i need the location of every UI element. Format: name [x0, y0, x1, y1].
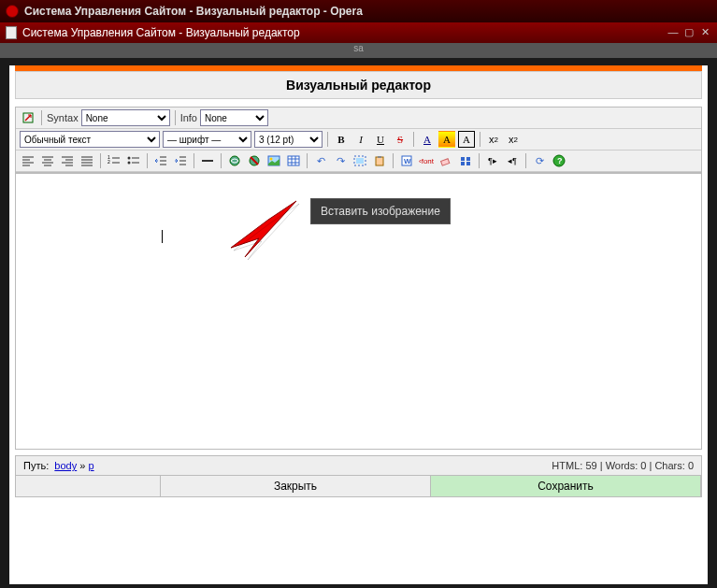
- separator: [393, 153, 394, 168]
- help-icon[interactable]: ?: [551, 152, 567, 169]
- minimize-button[interactable]: —: [667, 26, 680, 39]
- opera-icon: [6, 5, 19, 18]
- link-icon[interactable]: [226, 152, 243, 169]
- path-body-link[interactable]: body: [54, 460, 77, 471]
- paste-word-icon[interactable]: W: [398, 152, 415, 169]
- redo-icon[interactable]: ↷: [332, 152, 349, 169]
- svg-rect-43: [356, 158, 364, 164]
- svg-rect-49: [441, 159, 450, 165]
- svg-text:?: ?: [557, 156, 563, 165]
- svg-rect-51: [466, 157, 470, 161]
- editor-toolbars: Syntax None Info None Обычный текст — шр…: [15, 107, 702, 173]
- separator: [480, 132, 480, 147]
- separator: [307, 153, 308, 168]
- outdent-icon[interactable]: [152, 152, 169, 169]
- align-left-icon[interactable]: [20, 152, 36, 169]
- path-p-link[interactable]: p: [88, 460, 93, 471]
- undo-icon[interactable]: ↶: [312, 152, 329, 169]
- refresh-icon[interactable]: ⟳: [531, 152, 548, 169]
- italic-button[interactable]: I: [352, 131, 369, 148]
- separator: [194, 153, 194, 168]
- image-icon[interactable]: [265, 152, 282, 169]
- unordered-list-icon[interactable]: [125, 152, 142, 169]
- svg-text:W: W: [404, 157, 411, 165]
- svg-rect-37: [288, 156, 299, 165]
- underline-button[interactable]: U: [372, 131, 389, 148]
- path-sep: »: [79, 460, 85, 471]
- arrow-pointer-icon: [217, 187, 310, 280]
- superscript-button[interactable]: x2: [505, 131, 522, 148]
- size-select[interactable]: 3 (12 pt): [254, 131, 323, 148]
- separator: [175, 110, 176, 125]
- toolbar-row-1: Syntax None Info None: [16, 108, 701, 129]
- page-title: Визуальный редактор: [15, 71, 702, 99]
- info-select[interactable]: None: [200, 109, 268, 126]
- document-icon: [6, 26, 17, 39]
- table-icon[interactable]: [285, 152, 302, 169]
- svg-rect-45: [378, 156, 381, 158]
- path-breadcrumb: Путь: body » p: [23, 460, 552, 471]
- status-bar: Путь: body » p HTML: 59 | Words: 0 | Cha…: [15, 455, 702, 476]
- toolbar-row-2: Обычный текст — шрифт — 3 (12 pt) B I U …: [16, 129, 701, 151]
- ordered-list-icon[interactable]: 12: [106, 152, 122, 169]
- font-color-button[interactable]: A: [419, 131, 436, 148]
- syntax-label: Syntax: [47, 112, 79, 123]
- svg-rect-52: [461, 162, 465, 165]
- text-cursor: [162, 230, 163, 243]
- bottom-buttons: Закрыть Сохранить: [15, 476, 702, 497]
- grid-icon[interactable]: [457, 152, 474, 169]
- expand-icon[interactable]: [20, 109, 36, 126]
- separator: [413, 132, 414, 147]
- svg-rect-44: [376, 157, 383, 165]
- separator: [221, 153, 222, 168]
- ltr-icon[interactable]: ¶▸: [484, 152, 501, 169]
- font-tag-icon[interactable]: ‹font›: [418, 152, 435, 169]
- svg-point-22: [128, 162, 131, 165]
- svg-text:‹font›: ‹font›: [419, 157, 434, 165]
- select-all-icon[interactable]: [351, 152, 368, 169]
- path-label: Путь:: [23, 460, 49, 471]
- font-select[interactable]: — шрифт —: [163, 131, 251, 148]
- toolbar-row-3: 12 ↶ ↷ W ‹font›: [16, 151, 701, 172]
- unlink-icon[interactable]: [246, 152, 263, 169]
- close-window-button[interactable]: ✕: [698, 26, 711, 39]
- clipboard-icon[interactable]: [371, 152, 388, 169]
- svg-rect-50: [461, 157, 465, 161]
- indent-icon[interactable]: [172, 152, 189, 169]
- sa-bar: sa: [0, 43, 717, 58]
- hr-icon[interactable]: [199, 152, 216, 169]
- info-label: Info: [180, 112, 197, 123]
- text-box-button[interactable]: A: [458, 131, 475, 148]
- bold-button[interactable]: B: [333, 131, 350, 148]
- close-button[interactable]: Закрыть: [161, 476, 431, 496]
- spacer: [16, 476, 161, 496]
- rtl-icon[interactable]: ◂¶: [504, 152, 521, 169]
- syntax-select[interactable]: None: [81, 109, 170, 126]
- editor-canvas[interactable]: Вставить изображение: [15, 173, 702, 450]
- save-button[interactable]: Сохранить: [431, 476, 701, 496]
- strike-button[interactable]: S: [392, 131, 409, 148]
- svg-text:2: 2: [108, 159, 110, 165]
- document-titlebar: Система Управления Сайтом - Визуальный р…: [0, 22, 717, 43]
- separator: [479, 153, 480, 168]
- separator: [327, 132, 328, 147]
- browser-titlebar: Система Управления Сайтом - Визуальный р…: [0, 0, 717, 22]
- svg-point-36: [270, 158, 273, 161]
- format-select[interactable]: Обычный текст: [20, 131, 160, 148]
- document-title: Система Управления Сайтом - Визуальный р…: [22, 26, 664, 39]
- separator: [525, 153, 526, 168]
- subscript-button[interactable]: x2: [485, 131, 502, 148]
- separator: [147, 153, 148, 168]
- svg-point-21: [128, 157, 131, 160]
- workspace: Визуальный редактор Syntax None Info Non…: [9, 65, 708, 584]
- align-center-icon[interactable]: [39, 152, 56, 169]
- separator: [100, 153, 101, 168]
- align-justify-icon[interactable]: [79, 152, 95, 169]
- separator: [41, 110, 42, 125]
- tooltip: Вставить изображение: [310, 198, 451, 224]
- bg-color-button[interactable]: A: [438, 131, 455, 148]
- align-right-icon[interactable]: [59, 152, 76, 169]
- maximize-button[interactable]: ▢: [682, 26, 695, 39]
- svg-rect-53: [466, 162, 470, 165]
- eraser-icon[interactable]: [437, 152, 454, 169]
